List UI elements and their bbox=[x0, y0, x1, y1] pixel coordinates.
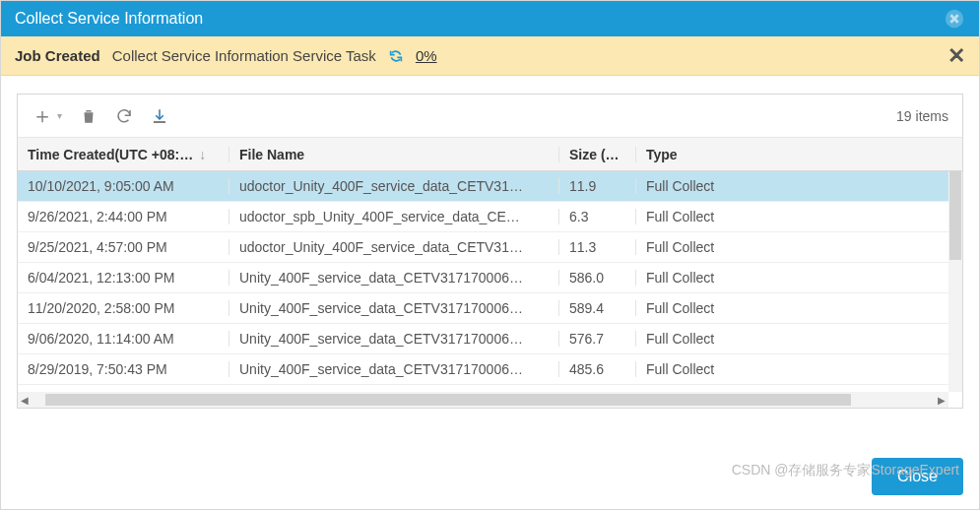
cell-file: udoctor_Unity_400F_service_data_CETV31… bbox=[229, 178, 559, 194]
table-row[interactable]: 6/04/2021, 12:13:00 PMUnity_400F_service… bbox=[18, 263, 948, 293]
col-time-created[interactable]: Time Created(UTC +08:… ↓ bbox=[18, 147, 229, 162]
job-label: Job Created bbox=[15, 47, 100, 64]
cell-file: udoctor_Unity_400F_service_data_CETV31… bbox=[229, 239, 559, 255]
hscroll-right-icon[interactable]: ▶ bbox=[935, 395, 948, 406]
cell-file: Unity_400F_service_data_CETV317170006… bbox=[229, 270, 559, 286]
table-row[interactable]: 9/26/2021, 2:44:00 PMudoctor_spb_Unity_4… bbox=[18, 202, 948, 232]
table-row[interactable]: 8/29/2019, 7:50:43 PMUnity_400F_service_… bbox=[18, 354, 948, 385]
cell-time: 11/20/2020, 2:58:00 PM bbox=[18, 300, 229, 316]
vertical-scrollbar[interactable] bbox=[948, 171, 962, 392]
cell-file: Unity_400F_service_data_CETV317170006… bbox=[229, 361, 559, 377]
add-button[interactable]: ＋▾ bbox=[32, 107, 62, 125]
col-file-name[interactable]: File Name bbox=[229, 147, 559, 162]
cell-time: 6/04/2021, 12:13:00 PM bbox=[18, 270, 229, 286]
delete-button[interactable] bbox=[80, 107, 98, 125]
cell-type: Full Collect bbox=[636, 270, 948, 286]
cell-time: 8/29/2019, 7:50:43 PM bbox=[18, 361, 229, 377]
col-size[interactable]: Size (M… bbox=[559, 147, 636, 162]
refresh-button[interactable] bbox=[115, 107, 133, 125]
cell-type: Full Collect bbox=[636, 361, 948, 377]
cell-size: 589.4 bbox=[559, 300, 636, 316]
caret-down-icon: ▾ bbox=[57, 107, 62, 125]
cell-file: Unity_400F_service_data_CETV317170006… bbox=[229, 300, 559, 316]
table-row[interactable]: 10/10/2021, 9:05:00 AMudoctor_Unity_400F… bbox=[18, 171, 948, 202]
cell-size: 11.3 bbox=[559, 239, 636, 255]
horizontal-scrollbar[interactable]: ◀ ▶ bbox=[18, 392, 948, 408]
col-type[interactable]: Type bbox=[636, 147, 962, 162]
download-button[interactable] bbox=[151, 107, 168, 125]
dialog-body: ＋▾ 19 items Time Created(UTC +08:… ↓ bbox=[1, 76, 979, 440]
cell-file: Unity_400F_service_data_CETV317170006… bbox=[229, 331, 559, 347]
hscroll-left-icon[interactable]: ◀ bbox=[18, 395, 32, 406]
grid-panel: ＋▾ 19 items Time Created(UTC +08:… ↓ bbox=[17, 94, 963, 409]
cell-type: Full Collect bbox=[636, 178, 948, 194]
close-icon[interactable] bbox=[944, 8, 965, 30]
cell-size: 576.7 bbox=[559, 331, 636, 347]
refresh-icon[interactable] bbox=[388, 48, 404, 64]
dialog-footer: Close bbox=[1, 440, 979, 509]
grid-body: 10/10/2021, 9:05:00 AMudoctor_Unity_400F… bbox=[18, 171, 948, 392]
data-grid: Time Created(UTC +08:… ↓ File Name Size … bbox=[18, 138, 962, 408]
cell-type: Full Collect bbox=[636, 331, 948, 347]
cell-size: 586.0 bbox=[559, 270, 636, 286]
cell-time: 10/10/2021, 9:05:00 AM bbox=[18, 178, 229, 194]
job-progress-link[interactable]: 0% bbox=[416, 47, 437, 64]
cell-file: udoctor_spb_Unity_400F_service_data_CE… bbox=[229, 209, 559, 224]
dialog-title: Collect Service Information bbox=[15, 10, 203, 28]
cell-size: 6.3 bbox=[559, 209, 636, 224]
items-count: 19 items bbox=[896, 108, 948, 124]
cell-type: Full Collect bbox=[636, 300, 948, 316]
titlebar: Collect Service Information bbox=[1, 1, 979, 36]
cell-time: 9/06/2020, 11:14:00 AM bbox=[18, 331, 229, 347]
cell-type: Full Collect bbox=[636, 239, 948, 255]
cell-size: 485.6 bbox=[559, 361, 636, 377]
col-time-label: Time Created(UTC +08:… bbox=[28, 147, 193, 162]
table-row[interactable]: 11/20/2020, 2:58:00 PMUnity_400F_service… bbox=[18, 293, 948, 324]
cell-time: 9/25/2021, 4:57:00 PM bbox=[18, 239, 229, 255]
job-task: Collect Service Information Service Task bbox=[112, 47, 376, 64]
header-row: Time Created(UTC +08:… ↓ File Name Size … bbox=[18, 138, 962, 171]
cell-size: 11.9 bbox=[559, 178, 636, 194]
vscroll-thumb[interactable] bbox=[949, 171, 961, 260]
cell-time: 9/26/2021, 2:44:00 PM bbox=[18, 209, 229, 224]
hscroll-thumb[interactable] bbox=[45, 394, 851, 406]
dialog: Collect Service Information Job Created … bbox=[0, 0, 980, 510]
table-row[interactable]: 9/06/2020, 11:14:00 AMUnity_400F_service… bbox=[18, 324, 948, 354]
job-bar: Job Created Collect Service Information … bbox=[1, 36, 979, 76]
table-row[interactable]: 9/25/2021, 4:57:00 PMudoctor_Unity_400F_… bbox=[18, 232, 948, 263]
cell-type: Full Collect bbox=[636, 209, 948, 224]
toolbar: ＋▾ 19 items bbox=[18, 95, 962, 138]
close-button[interactable]: Close bbox=[872, 458, 963, 495]
sort-desc-icon: ↓ bbox=[199, 147, 206, 162]
hscroll-track[interactable] bbox=[45, 393, 921, 407]
dismiss-job-icon[interactable]: ✕ bbox=[947, 43, 965, 69]
